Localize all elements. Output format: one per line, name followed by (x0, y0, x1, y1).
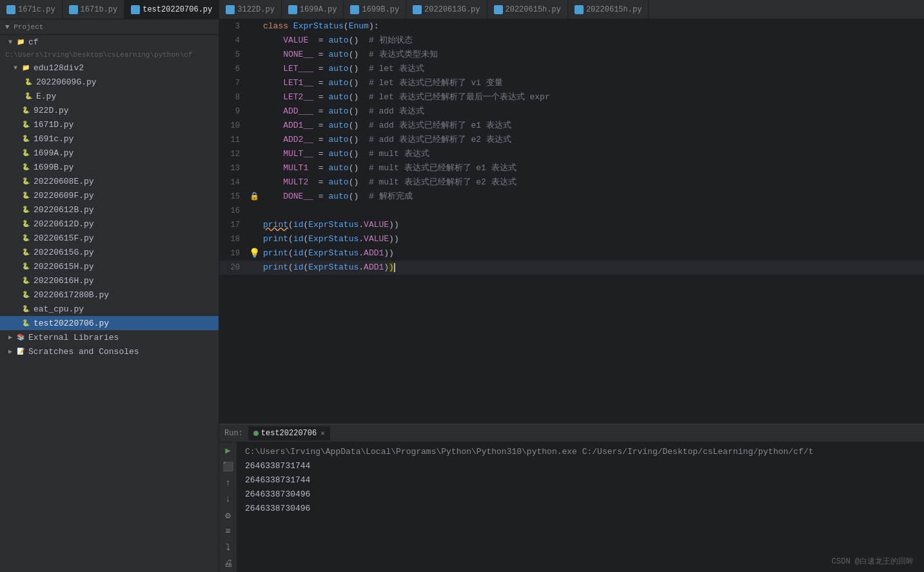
run-tab-close-button[interactable]: ✕ (320, 429, 325, 437)
line-number-12: 12 (219, 147, 248, 161)
tree-item-E[interactable]: 🐍 E.py (0, 89, 219, 103)
tree-item-path[interactable]: C:\Users\Irving\Desktop\csLearning\pytho… (0, 49, 219, 61)
tree-item-1699B[interactable]: 🐍 1699B.py (0, 160, 219, 174)
tree-item-922D[interactable]: 🐍 922D.py (0, 103, 219, 117)
line-content-11: ADD2__ = auto() # add 表达式已经解析了 e2 表达式 (260, 133, 924, 147)
tab-label-test: test20220706.py (143, 5, 212, 14)
code-line-8: 8 LET2__ = auto() # let 表达式已经解析了最后一个表达式 … (219, 90, 924, 104)
tree-item-20220612B[interactable]: 🐍 20220612B.py (0, 202, 219, 217)
tree-label-20220608E: 20220608E.py (34, 177, 94, 186)
run-output[interactable]: C:\Users\Irving\AppData\Local\Programs\P… (237, 442, 924, 572)
line-number-16: 16 (219, 204, 248, 218)
tree-label-test20220706: test20220706.py (34, 319, 109, 328)
run-output-line-4: 2646338730496 (245, 502, 916, 516)
run-play-button[interactable]: ▶ (222, 445, 235, 456)
tab-label-20220615h1: 20220615h.py (506, 5, 561, 14)
py-file-icon: 🐍 (21, 106, 31, 115)
no-arrow (10, 107, 21, 114)
tree-item-test20220706[interactable]: 🐍 test20220706.py (0, 316, 219, 330)
tree-item-20220615H[interactable]: 🐍 20220615H.py (0, 259, 219, 273)
run-scroll-up-button[interactable]: ↑ (222, 477, 235, 488)
code-line-14: 14 MULT2 = auto() # mult 表达式已经解析了 e2 表达式 (219, 175, 924, 190)
tab-icon-test (131, 5, 140, 14)
line-content-5: NONE__ = auto() # 表达式类型未知 (260, 48, 924, 62)
run-label: Run: (224, 429, 243, 438)
line-content-8: LET2__ = auto() # let 表达式已经解析了最后一个表达式 ex… (260, 90, 924, 104)
tree-item-20220608E[interactable]: 🐍 20220608E.py (0, 174, 219, 188)
code-line-5: 5 NONE__ = auto() # 表达式类型未知 (219, 48, 924, 62)
no-arrow (10, 121, 21, 128)
tab-label-1671c: 1671c.py (18, 5, 55, 14)
line-content-3: class ExprStatus(Enum): (260, 19, 924, 34)
py-file-icon: 🐍 (21, 319, 31, 328)
tab-label-20220615h2: 20220615h.py (586, 5, 642, 14)
line-number-4: 4 (219, 34, 248, 48)
editor-area[interactable]: 3 class ExprStatus(Enum): 4 VALUE = auto… (219, 19, 924, 424)
line-content-16 (260, 204, 924, 218)
tree-item-scratches[interactable]: ▶ 📝 Scratches and Consoles (0, 344, 219, 359)
line-number-13: 13 (219, 161, 248, 175)
py-file-icon: 🐍 (21, 148, 31, 157)
tree-item-label-cf: cf (28, 37, 39, 47)
tree-item-edu128div2[interactable]: ▼ 📁 edu128div2 (0, 61, 219, 75)
tree-item-20220617280B[interactable]: 🐍 20220617280B.py (0, 288, 219, 302)
tab-1671c[interactable]: 1671c.py (0, 0, 63, 19)
line-content-7: LET1__ = auto() # let 表达式已经解析了 vi 变量 (260, 76, 924, 90)
code-line-3: 3 class ExprStatus(Enum): (219, 19, 924, 34)
code-container[interactable]: 3 class ExprStatus(Enum): 4 VALUE = auto… (219, 19, 924, 424)
tree-item-1671D[interactable]: 🐍 1671D.py (0, 117, 219, 132)
tree-label-eat-cpu: eat_cpu.py (34, 304, 84, 314)
tree-item-20220609G[interactable]: 🐍 20220609G.py (0, 75, 219, 89)
expand-arrow: ▶ (5, 348, 15, 355)
expand-arrow: ▶ (5, 333, 15, 341)
tree-item-external-libs[interactable]: ▶ 📚 External Libraries (0, 330, 219, 344)
tab-1699b[interactable]: 1699B.py (344, 0, 406, 19)
line-number-8: 8 (219, 90, 248, 104)
tab-20220615h1[interactable]: 20220615h.py (487, 0, 568, 19)
line-content-9: ADD___ = auto() # add 表达式 (260, 104, 924, 119)
tree-area[interactable]: ▼ 📁 cf C:\Users\Irving\Desktop\csLearnin… (0, 35, 219, 572)
run-filter-button[interactable]: ≡ (222, 526, 235, 537)
run-stop-button[interactable]: ⬛ (222, 461, 235, 472)
py-file-icon: 🐍 (21, 134, 31, 143)
tree-item-cf[interactable]: ▼ 📁 cf (0, 35, 219, 49)
py-file-icon: 🐍 (21, 163, 31, 172)
tab-20220615h2[interactable]: 20220615h.py (568, 0, 649, 19)
tab-bar: 1671c.py 1671b.py test20220706.py 3122D.… (0, 0, 924, 19)
tree-label-1699A: 1699A.py (34, 148, 74, 158)
tree-label-20220616H: 20220616H.py (34, 276, 94, 286)
tab-20220613g[interactable]: 20220613G.py (406, 0, 487, 19)
run-output-line-cmd: C:\Users\Irving\AppData\Local\Programs\P… (245, 445, 916, 459)
line-content-10: ADD1__ = auto() # add 表达式已经解析了 e1 表达式 (260, 119, 924, 133)
tree-label-20220615G: 20220615G.py (34, 248, 94, 257)
tree-item-20220609F[interactable]: 🐍 20220609F.py (0, 188, 219, 202)
run-print-button[interactable]: 🖨 (222, 558, 235, 569)
run-wrap-button[interactable]: ⤵ (222, 542, 235, 553)
tree-label-20220617280B: 20220617280B.py (34, 290, 109, 300)
run-settings-button[interactable]: ⚙ (222, 510, 235, 521)
tab-icon-1699b (350, 5, 359, 14)
line-number-14: 14 (219, 175, 248, 190)
tab-3122d[interactable]: 3122D.py (219, 0, 282, 19)
tab-test20220706[interactable]: test20220706.py (124, 0, 219, 19)
no-arrow (10, 263, 21, 270)
line-content-18: print(id(ExprStatus.VALUE)) (260, 232, 924, 246)
tree-item-20220616H[interactable]: 🐍 20220616H.py (0, 273, 219, 288)
run-scroll-down-button[interactable]: ↓ (222, 493, 235, 504)
tree-item-1691c[interactable]: 🐍 1691c.py (0, 132, 219, 146)
tree-item-20220615G[interactable]: 🐍 20220615G.py (0, 245, 219, 259)
tree-label-20220609G: 20220609G.py (36, 77, 97, 87)
tab-1699a[interactable]: 1699A.py (282, 0, 344, 19)
no-arrow (10, 306, 21, 313)
line-number-7: 7 (219, 76, 248, 90)
line-number-18: 18 (219, 232, 248, 246)
tree-item-eat-cpu[interactable]: 🐍 eat_cpu.py (0, 302, 219, 316)
tree-item-20220615F[interactable]: 🐍 20220615F.py (0, 231, 219, 245)
run-tab[interactable]: test20220706 ✕ (248, 426, 330, 440)
code-line-19: 19 💡 print(id(ExprStatus.ADD1)) (219, 246, 924, 261)
tree-label-20220612B: 20220612B.py (34, 205, 94, 215)
tree-item-20220612D[interactable]: 🐍 20220612D.py (0, 217, 219, 231)
tab-1671b[interactable]: 1671b.py (63, 0, 125, 19)
tree-item-1699A[interactable]: 🐍 1699A.py (0, 146, 219, 160)
line-content-20: print(id(ExprStatus.ADD1)) (260, 261, 924, 275)
